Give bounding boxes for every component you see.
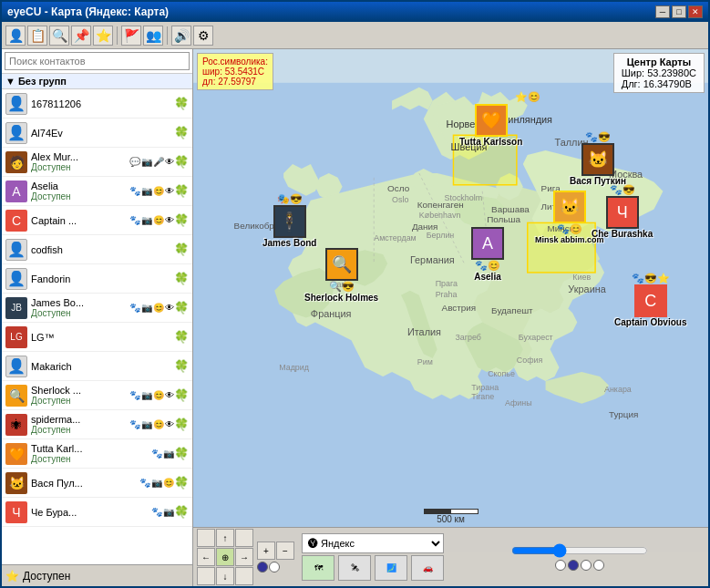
close-button[interactable]: ✕ — [688, 5, 703, 18]
message-icon[interactable]: 💬 — [129, 157, 140, 167]
camera-icon[interactable]: 📷 — [141, 215, 152, 225]
list-item[interactable]: 🔍 Sherlock ... Доступен 🐾 📷 😊 👁 🍀 — [2, 381, 192, 410]
coords-overlay: Рос.символика: шир: 53.5431С дл: 27.5979… — [197, 53, 273, 90]
zoom-in-button[interactable]: + — [257, 542, 275, 560]
nav-left[interactable]: ← — [197, 548, 215, 566]
nav-up[interactable]: ↑ — [216, 529, 234, 547]
camera-icon[interactable]: 📷 — [141, 303, 152, 313]
map-area[interactable]: Норвегия Финляндия Швеция Таллин Осло Os… — [193, 49, 708, 586]
nav-up-right[interactable] — [235, 529, 253, 547]
zoom-radio-3[interactable] — [581, 560, 592, 571]
eye-icon[interactable]: 👁 — [165, 390, 174, 400]
list-item[interactable]: JB James Bo... Доступен 🐾 📷 😊 👁 🍀 — [2, 294, 192, 323]
nav-down-right[interactable] — [235, 567, 253, 585]
zoom-out-button[interactable]: − — [276, 542, 294, 560]
search-button[interactable]: 🔍 — [49, 26, 69, 46]
list-item[interactable]: 🕷 spiderma... Доступен 🐾 📷 😊 👁 🍀 — [2, 410, 192, 439]
list-item[interactable]: 👤 Al74Ev 🍀 — [2, 119, 192, 148]
marker-james-bond[interactable]: 🎭😎 🕴 James Bond — [262, 193, 316, 248]
map-type-map[interactable]: 🗺 — [302, 555, 334, 581]
settings-button[interactable]: ⚙ — [193, 26, 213, 46]
search-box — [2, 49, 192, 74]
nav-down-left[interactable] — [197, 567, 215, 585]
map-type-traffic[interactable]: 🚗 — [411, 555, 444, 581]
contacts-list-button[interactable]: 📋 — [27, 26, 47, 46]
smile-icon[interactable]: 😊 — [153, 186, 164, 196]
camera-icon[interactable]: 📷 — [151, 478, 162, 488]
mic-icon[interactable]: 🎤 — [153, 157, 164, 167]
smile-icon[interactable]: 😊 — [153, 419, 164, 429]
map-radio-2[interactable] — [269, 562, 280, 573]
add-contact-button[interactable]: 👤 — [5, 26, 26, 46]
nav-down[interactable]: ↓ — [216, 567, 234, 585]
list-item[interactable]: 👤 Fandorin 🍀 — [2, 264, 192, 294]
camera-icon[interactable]: 📷 — [141, 390, 152, 400]
paw-icon[interactable]: 🐾 — [129, 390, 140, 400]
eye-icon[interactable]: 👁 — [165, 419, 174, 429]
smile-icon[interactable]: 😊 — [153, 215, 164, 225]
pin-button[interactable]: 📌 — [71, 26, 91, 46]
smile-icon[interactable]: 😊 — [153, 390, 164, 400]
list-item[interactable]: 👤 167811206 🍀 — [2, 89, 192, 119]
flag-button[interactable]: 🚩 — [121, 26, 141, 46]
zoom-radio-4[interactable] — [593, 560, 604, 571]
marker-captain[interactable]: 🐾😎⭐ C Captain Obvious — [614, 273, 686, 327]
paw-icon[interactable]: 🐾 — [129, 303, 140, 313]
map-radio-1[interactable] — [257, 562, 268, 573]
nav-up-left[interactable] — [197, 529, 215, 547]
smile-icon[interactable]: 😊 — [153, 303, 164, 313]
search-input[interactable] — [5, 52, 190, 70]
list-item[interactable]: 🐱 Вася Пул... 🐾 📷 😊 🍀 — [2, 469, 192, 498]
camera-icon[interactable]: 📷 — [163, 449, 174, 459]
eye-icon[interactable]: 👁 — [165, 157, 174, 167]
svg-text:Бухарест: Бухарест — [519, 333, 553, 342]
marker-che[interactable]: 🐾😎 Ч Che Burashka — [592, 184, 653, 239]
nav-center[interactable]: ⊕ — [216, 548, 234, 566]
marker-tutta[interactable]: ⭐😊 🧡 Tutta Karlsson — [459, 104, 522, 147]
zoom-radio-1[interactable] — [555, 560, 566, 571]
maximize-button[interactable]: □ — [672, 5, 686, 18]
camera-icon[interactable]: 📷 — [141, 419, 152, 429]
provider-select[interactable]: 🅨 Яндекс — [302, 533, 444, 553]
avatar: C — [5, 210, 27, 232]
zoom-radio-2[interactable] — [568, 560, 579, 571]
sound-button[interactable]: 🔊 — [171, 26, 191, 46]
marker-aselia[interactable]: A 🐾😊 Aselia — [471, 227, 504, 282]
marker-sherlock[interactable]: 🔍 🔍😎 Sherlock Holmes — [304, 248, 378, 303]
paw-icon[interactable]: 🐾 — [129, 186, 140, 196]
eye-icon[interactable]: 👁 — [165, 186, 174, 196]
zoom-nav-extra: + − — [257, 542, 294, 573]
camera-icon[interactable]: 📷 — [163, 507, 174, 517]
zoom-slider[interactable] — [511, 543, 648, 558]
group-expand-icon[interactable]: ▼ — [5, 76, 15, 87]
smile-icon[interactable]: 😊 — [163, 478, 174, 488]
contact-name: Alex Mur... — [31, 151, 129, 162]
paw-icon[interactable]: 🐾 — [151, 449, 162, 459]
list-item[interactable]: Ч Че Бура... 🐾 📷 🍀 — [2, 498, 192, 527]
group-button[interactable]: 👥 — [143, 26, 163, 46]
camera-icon[interactable]: 📷 — [141, 157, 152, 167]
status-icon: 🍀 — [174, 272, 189, 285]
camera-icon[interactable]: 📷 — [141, 186, 152, 196]
minimize-button[interactable]: ─ — [655, 5, 670, 18]
paw-icon[interactable]: 🐾 — [129, 215, 140, 225]
nav-right[interactable]: → — [235, 548, 253, 566]
contact-name: LG™ — [31, 332, 174, 343]
list-item[interactable]: 👤 Makarich 🍀 — [2, 352, 192, 381]
map-type-hybrid[interactable]: 🗾 — [375, 555, 407, 581]
list-item[interactable]: 🧡 Tutta Karl... Доступен 🐾 📷 🍀 — [2, 439, 192, 469]
contact-actions: 🐾 📷 — [151, 449, 174, 459]
star-button[interactable]: ⭐ — [93, 26, 113, 46]
eye-icon[interactable]: 👁 — [165, 215, 174, 225]
eye-icon[interactable]: 👁 — [165, 303, 174, 313]
marker-vasya[interactable]: 🐾😎 🐱 Вася Путкин — [570, 131, 626, 186]
list-item[interactable]: A Aselia Доступен 🐾 📷 😊 👁 🍀 — [2, 177, 192, 206]
paw-icon[interactable]: 🐾 — [151, 507, 162, 517]
paw-icon[interactable]: 🐾 — [139, 478, 150, 488]
list-item[interactable]: 🧑 Alex Mur... Доступен 💬 📷 🎤 👁 🍀 — [2, 148, 192, 177]
paw-icon[interactable]: 🐾 — [129, 419, 140, 429]
list-item[interactable]: LG LG™ 🍀 — [2, 323, 192, 352]
list-item[interactable]: 👤 codfish 🍀 — [2, 235, 192, 264]
list-item[interactable]: C Captain ... 🐾 📷 😊 👁 🍀 — [2, 206, 192, 235]
map-type-sat[interactable]: 🛰 — [338, 555, 371, 581]
